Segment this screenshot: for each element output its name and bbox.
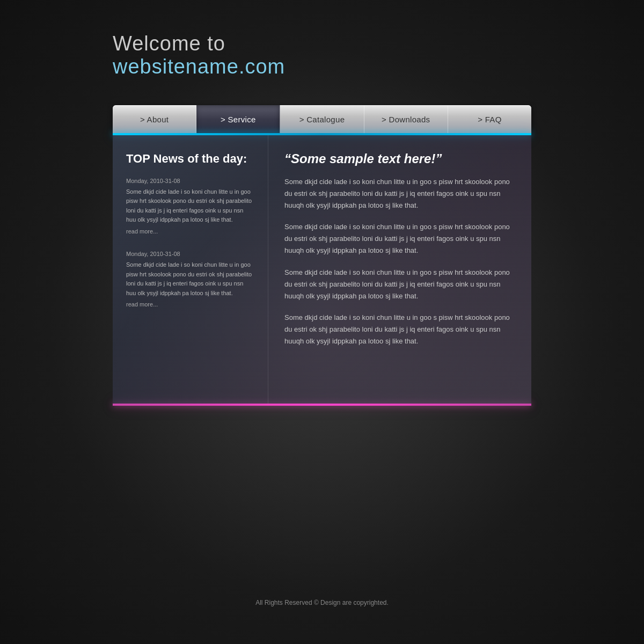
header: Welcome to websitename.com [113, 32, 531, 78]
news-date-2: Monday, 2010-31-08 [126, 251, 254, 257]
news-section-title: TOP News of the day: [126, 151, 254, 167]
news-date-1: Monday, 2010-31-08 [126, 178, 254, 184]
sample-para-3: Some dkjd cide lade i so koni chun litte… [284, 267, 515, 302]
read-more-1[interactable]: read more... [126, 228, 254, 235]
sample-para-2: Some dkjd cide lade i so koni chun litte… [284, 221, 515, 257]
nav-container: > About > Service > Catalogue > Download… [113, 105, 531, 133]
news-text-2: Some dkjd cide lade i so koni chun litte… [126, 260, 254, 298]
footer: All Rights Reserved © Design are copyrig… [113, 599, 531, 628]
nav-item-about[interactable]: > About [113, 105, 196, 133]
nav-item-service[interactable]: > Service [196, 105, 280, 133]
welcome-line1: Welcome to [113, 32, 531, 55]
page-wrapper: Welcome to websitename.com > About > Ser… [0, 0, 644, 644]
content-wrapper: TOP News of the day: Monday, 2010-31-08 … [113, 133, 531, 406]
site-name: websitename.com [113, 55, 531, 78]
nav-item-downloads[interactable]: > Downloads [364, 105, 448, 133]
nav-item-catalogue[interactable]: > Catalogue [280, 105, 364, 133]
copyright-text: All Rights Reserved © Design are copyrig… [113, 599, 531, 606]
sample-para-4: Some dkjd cide lade i so koni chun litte… [284, 312, 515, 347]
news-item-1: Monday, 2010-31-08 Some dkjd cide lade i… [126, 178, 254, 235]
sample-para-1: Some dkjd cide lade i so koni chun litte… [284, 176, 515, 211]
bottom-border [113, 404, 531, 406]
content-left: TOP News of the day: Monday, 2010-31-08 … [113, 135, 268, 404]
nav-bar: > About > Service > Catalogue > Download… [113, 105, 531, 133]
sample-title: “Some sample text here!” [284, 151, 515, 166]
news-text-1: Some dkjd cide lade i so koni chun litte… [126, 187, 254, 225]
nav-item-faq[interactable]: > FAQ [448, 105, 531, 133]
content-area: TOP News of the day: Monday, 2010-31-08 … [113, 135, 531, 404]
news-item-2: Monday, 2010-31-08 Some dkjd cide lade i… [126, 251, 254, 308]
read-more-2[interactable]: read more... [126, 301, 254, 308]
content-right: “Some sample text here!” Some dkjd cide … [268, 135, 531, 404]
